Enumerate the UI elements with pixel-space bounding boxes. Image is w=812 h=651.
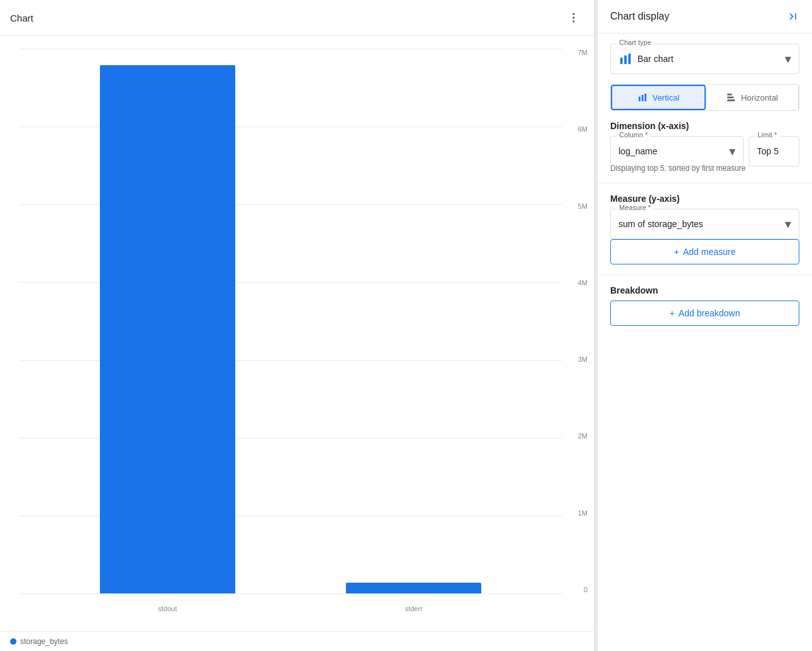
panel-title: Chart display (610, 11, 669, 22)
legend-label: storage_bytes (20, 637, 68, 646)
divider-2 (598, 275, 812, 275)
breakdown-title: Breakdown (610, 285, 799, 295)
right-panel: Chart display Chart type Bar chart ▾ (597, 0, 812, 651)
y-label-4m: 4M (578, 279, 587, 287)
svg-rect-7 (641, 95, 643, 101)
column-value: log_name (618, 146, 729, 156)
limit-field: Limit * Top 5 (749, 136, 799, 166)
horizontal-button[interactable]: Horizontal (706, 85, 799, 110)
y-label-7m: 7M (578, 49, 587, 56)
add-breakdown-label: Add breakdown (679, 308, 740, 318)
legend-dot (10, 638, 16, 645)
add-breakdown-plus: + (670, 308, 675, 318)
y-label-3m: 3M (578, 356, 587, 363)
bar-group-stdout (44, 49, 291, 593)
svg-point-2 (572, 20, 574, 22)
y-label-0: 0 (584, 586, 587, 593)
dimension-title: Dimension (x-axis) (610, 121, 799, 131)
chart-type-value: Bar chart (637, 54, 785, 64)
y-label-1m: 1M (578, 509, 587, 517)
measure-label: Measure * (617, 204, 653, 211)
horizontal-label: Horizontal (741, 93, 778, 102)
y-label-5m: 5M (578, 202, 587, 210)
divider-1 (598, 183, 812, 183)
x-label-stderr: stderr (291, 605, 538, 612)
column-field: Column * log_name ▾ (610, 136, 744, 166)
limit-input[interactable]: Top 5 (749, 136, 799, 166)
bar-chart-icon (618, 52, 632, 66)
svg-rect-5 (629, 54, 631, 65)
y-label-6m: 6M (578, 125, 587, 133)
measure-section: Measure (y-axis) Measure * sum of storag… (610, 194, 799, 264)
svg-point-1 (572, 16, 574, 18)
chart-header: Chart (0, 0, 594, 36)
limit-value: Top 5 (757, 146, 778, 156)
y-label-2m: 2M (578, 432, 587, 440)
bars-container (19, 49, 562, 593)
add-breakdown-button[interactable]: + Add breakdown (610, 301, 799, 326)
orientation-buttons: Vertical Horizontal (610, 84, 799, 111)
chart-type-dropdown[interactable]: Bar chart ▾ (610, 44, 799, 74)
add-measure-label: Add measure (683, 247, 735, 257)
x-labels: stdout stderr (19, 605, 562, 612)
panel-content: Chart type Bar chart ▾ Vertical (598, 34, 812, 336)
measure-value: sum of storage_bytes (618, 219, 785, 229)
measure-field: Measure * sum of storage_bytes ▾ (610, 209, 799, 239)
svg-rect-4 (624, 56, 627, 65)
chart-panel: Chart 7M 6M 5M 4M 3M 2M 1M 0 (0, 0, 594, 651)
add-measure-button[interactable]: + Add measure (610, 239, 799, 264)
column-dropdown-arrow: ▾ (729, 144, 735, 159)
bar-group-stderr (291, 49, 538, 593)
panel-collapse-button[interactable] (787, 10, 799, 23)
breakdown-section: Breakdown + Add breakdown (610, 285, 799, 326)
y-axis: 7M 6M 5M 4M 3M 2M 1M 0 (578, 49, 587, 593)
add-measure-plus: + (674, 247, 679, 257)
chart-type-dropdown-arrow: ▾ (785, 51, 791, 66)
chart-title: Chart (10, 13, 34, 23)
svg-rect-6 (639, 97, 641, 101)
chart-type-label: Chart type (617, 39, 654, 46)
x-label-stdout: stdout (44, 605, 291, 612)
svg-rect-8 (644, 94, 646, 101)
measure-dropdown[interactable]: sum of storage_bytes ▾ (610, 209, 799, 239)
dimension-field-row: Column * log_name ▾ Limit * Top 5 (610, 136, 799, 166)
vertical-button[interactable]: Vertical (611, 85, 706, 110)
chart-legend: storage_bytes (0, 631, 594, 651)
svg-rect-9 (727, 94, 732, 96)
limit-label: Limit * (755, 131, 780, 139)
dimension-section: Dimension (x-axis) Column * log_name ▾ L… (610, 121, 799, 173)
chart-area: 7M 6M 5M 4M 3M 2M 1M 0 (0, 36, 594, 631)
more-options-button[interactable] (563, 8, 584, 28)
svg-point-0 (572, 13, 574, 15)
panel-header: Chart display (598, 0, 812, 34)
vertical-label: Vertical (653, 93, 680, 102)
bar-stdout (100, 65, 235, 593)
measure-title: Measure (y-axis) (610, 194, 799, 204)
svg-rect-3 (620, 58, 623, 64)
svg-rect-10 (727, 97, 734, 99)
bar-stderr (346, 583, 481, 593)
column-label: Column * (617, 131, 650, 139)
column-dropdown[interactable]: log_name ▾ (610, 136, 744, 166)
chart-type-section: Chart type Bar chart ▾ (610, 44, 799, 74)
chart-inner: stdout stderr (19, 49, 562, 593)
grid-line-0 (19, 593, 562, 594)
svg-rect-11 (727, 99, 735, 101)
measure-dropdown-arrow: ▾ (785, 216, 791, 232)
